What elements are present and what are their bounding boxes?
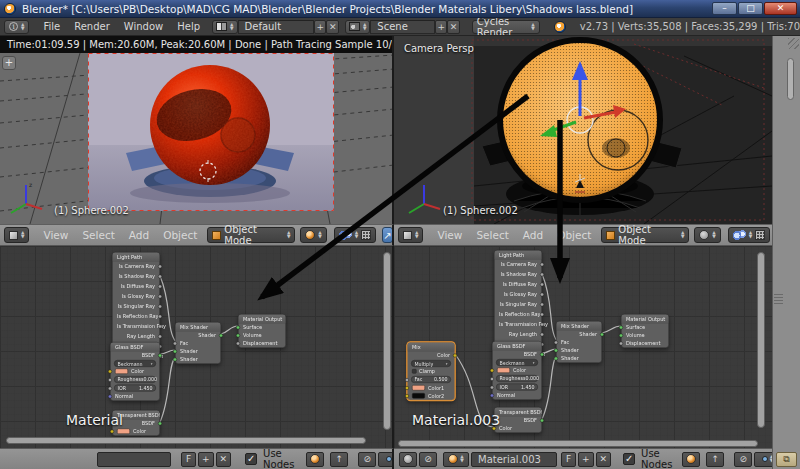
editor-type-dropdown[interactable]: i [4,20,29,34]
output-socket[interactable] [219,334,223,338]
node-input-row[interactable]: Volume [239,332,286,340]
normal-input-row[interactable]: Normal [493,392,542,400]
input-socket[interactable] [236,334,240,338]
menu-item[interactable]: Object [163,229,197,241]
node-output-row[interactable]: Is Glossy Ray [113,292,160,302]
output-socket[interactable] [158,285,162,289]
node-output-row[interactable]: Is Transmission Ray [113,322,160,332]
node-header[interactable]: Mix Shader [176,323,221,332]
output-socket[interactable] [540,273,544,277]
node-mix-rgb[interactable]: Mix Color Multiply▾ Clamp Fac0.500 Color… [407,342,455,401]
output-socket[interactable] [540,323,544,327]
node-output-row[interactable]: Is Reflection Ray [113,312,160,322]
input-socket[interactable] [490,394,494,398]
output-socket[interactable] [540,313,544,317]
input-socket[interactable] [554,349,558,353]
unlink-material-button[interactable]: ✕ [596,452,612,467]
menu-item[interactable]: Window [124,21,163,32]
node-input-row[interactable]: Shader [176,348,221,356]
viewport-right[interactable]: Camera Persp (1) Sphere.002 [394,36,772,224]
material-browse-dropdown[interactable] [443,452,469,467]
menu-item[interactable]: View [43,229,68,241]
node-glass-bsdf[interactable]: Glass BSDF BSDF Beckmann▾ Color Roughnes… [492,341,542,400]
scene-delete-button[interactable]: ✕ [447,20,459,34]
use-nodes-checkbox[interactable]: ✓ [245,453,257,465]
input-socket[interactable] [108,370,112,374]
shader-type-button[interactable] [682,452,700,467]
compositing-nodetree-button[interactable]: ⊘ [419,452,437,467]
vertical-scrollbar[interactable] [757,252,765,428]
distribution-dropdown[interactable]: Beckmann▾ [114,360,156,367]
shader-type-button[interactable] [306,452,324,467]
input-socket[interactable] [236,326,240,330]
node-header[interactable]: Light Path [495,251,542,260]
node-output-row[interactable]: Is Diffuse Ray [495,280,542,290]
output-socket[interactable] [158,295,162,299]
node-glass-bsdf[interactable]: Glass BSDF BSDF Beckmann▾ Color Roughnes… [110,342,160,401]
input-socket[interactable] [405,378,409,382]
horizontal-scrollbar[interactable] [6,437,366,444]
mode-dropdown[interactable]: Object Mode [601,227,689,243]
node-header[interactable]: Material Output [622,315,669,324]
output-socket[interactable] [158,325,162,329]
pivot-snap-group[interactable] [728,227,770,243]
input-socket[interactable] [490,386,494,390]
input-socket[interactable] [236,342,240,346]
node-header[interactable]: Glass BSDF [111,343,160,352]
input-socket[interactable] [619,342,623,346]
node-mix-shader[interactable]: Mix Shader Shader Fac Shader Shader [175,322,221,364]
parent-node-tree-button[interactable]: ↑ [706,452,724,467]
node-output-row[interactable]: Is Singular Ray [113,302,160,312]
color-input-row[interactable]: Color [113,428,160,436]
node-header[interactable]: Material Output [239,315,286,324]
node-editor-left[interactable]: Light Path Is Camera RayIs Shadow RayIs … [0,246,394,448]
fake-user-button[interactable]: F [561,452,576,467]
node-header[interactable]: Glass BSDF [493,342,542,351]
menu-item[interactable]: Select [476,229,508,241]
node-header[interactable]: Transparent BSDF [495,408,542,417]
menu-item[interactable]: Object [557,229,591,241]
node-input-row[interactable]: Displacement [622,340,669,348]
input-socket[interactable] [108,395,112,399]
node-input-row[interactable]: Fac [176,340,221,348]
panel-resize-grip[interactable] [774,294,783,304]
input-socket[interactable] [108,378,112,382]
use-nodes-checkbox[interactable]: ✓ [623,453,635,465]
node-input-row[interactable]: Volume [622,332,669,340]
input-socket[interactable] [490,377,494,381]
node-output-row[interactable]: Is Camera Ray [113,262,160,272]
color-swatch[interactable] [412,385,425,391]
snap-dropdown[interactable] [754,452,772,467]
scene-add-button[interactable]: + [435,20,447,34]
output-socket[interactable] [453,354,457,358]
node-output-row[interactable]: Ray Length [495,330,542,340]
menu-item[interactable]: Help [177,21,200,32]
input-socket[interactable] [619,334,623,338]
editor-type-dropdown[interactable] [4,227,29,243]
menu-item[interactable]: Add [129,229,149,241]
color-input-row[interactable]: Color [111,368,160,376]
fac-slider[interactable]: Fac0.500 [411,376,451,383]
node-mix-shader[interactable]: Mix Shader Shader Fac Shader Shader [556,321,602,363]
close-button[interactable]: ✕ [764,2,797,15]
node-input-row[interactable]: Shader [557,355,602,363]
ior-slider[interactable]: IOR1.450 [114,385,156,392]
ior-slider[interactable]: IOR1.450 [496,384,538,391]
output-socket[interactable] [158,305,162,309]
output-socket[interactable] [540,293,544,297]
color-swatch[interactable] [117,429,130,435]
node-output-row[interactable]: Is Singular Ray [495,300,542,310]
input-socket[interactable] [405,386,409,390]
vertical-scrollbar[interactable] [383,252,391,430]
panel-scrollbar[interactable] [787,58,794,100]
output-socket[interactable] [158,265,162,269]
input-socket[interactable] [173,350,177,354]
color-input-row[interactable]: Color [495,425,542,433]
node-output-row[interactable]: Is Glossy Ray [495,290,542,300]
node-output-row[interactable]: Is Shadow Ray [113,272,160,282]
node-input-row[interactable]: Shader [176,356,221,364]
output-socket[interactable] [600,333,604,337]
output-socket[interactable] [540,333,544,337]
layout-name-field[interactable]: Default [238,20,315,34]
shading-dropdown[interactable] [300,227,326,243]
